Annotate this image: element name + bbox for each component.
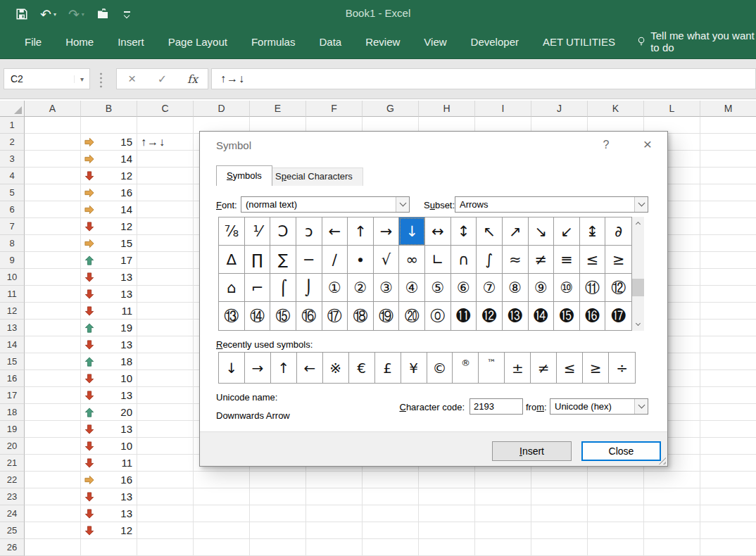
cell-B4[interactable]: 12	[81, 168, 137, 184]
close-button[interactable]: Close	[581, 441, 661, 461]
row-header-9[interactable]: 9	[0, 252, 25, 269]
symbol-cell[interactable]: ④	[399, 274, 425, 302]
recent-symbol-cell[interactable]: ≥	[583, 353, 609, 383]
column-header-D[interactable]: D	[194, 101, 250, 117]
cell-B2[interactable]: 15	[81, 134, 137, 150]
column-header-J[interactable]: J	[531, 101, 588, 117]
symbol-cell[interactable]: ∟	[425, 246, 451, 274]
tab-symbols[interactable]: Symbols	[216, 165, 272, 186]
font-select[interactable]: (normal text)	[241, 196, 410, 213]
ribbon-tab-data[interactable]: Data	[307, 32, 353, 51]
cell-B5[interactable]: 16	[81, 184, 137, 201]
symbol-cell-selected[interactable]: ↓	[399, 217, 425, 246]
symbol-cell[interactable]: ≈	[503, 246, 529, 274]
cell-B19[interactable]: 13	[81, 421, 137, 437]
symbol-cell[interactable]: √	[374, 246, 400, 274]
row-header-8[interactable]: 8	[0, 235, 25, 252]
cell-B22[interactable]: 16	[81, 472, 137, 488]
symbol-cell[interactable]: ⑤	[425, 274, 451, 302]
ribbon-tab-view[interactable]: View	[412, 32, 458, 51]
recent-symbol-cell[interactable]: ÷	[609, 353, 635, 383]
character-code-input[interactable]	[470, 398, 523, 415]
symbol-cell[interactable]: ⓬	[477, 302, 503, 330]
ribbon-tab-page-layout[interactable]: Page Layout	[156, 32, 239, 51]
row-header-19[interactable]: 19	[0, 421, 25, 438]
row-header-25[interactable]: 25	[0, 522, 25, 539]
open-folder-button[interactable]	[96, 8, 111, 20]
symbol-cell[interactable]: ⑮	[270, 302, 296, 330]
dialog-close-icon[interactable]: ×	[638, 136, 657, 153]
recent-symbol-cell[interactable]: ≠	[531, 353, 557, 383]
save-button[interactable]	[15, 8, 28, 20]
symbol-cell[interactable]: ⌡	[296, 274, 322, 302]
symbol-cell[interactable]: ≡	[554, 246, 580, 274]
recent-symbol-cell[interactable]: ※	[323, 353, 349, 383]
scroll-down-button[interactable]	[632, 319, 644, 331]
symbol-cell[interactable]: ⌂	[219, 274, 245, 302]
column-header-I[interactable]: I	[475, 101, 531, 117]
symbol-cell[interactable]: ②	[348, 274, 374, 302]
ribbon-tab-review[interactable]: Review	[353, 32, 412, 51]
recent-symbol-cell[interactable]: €	[349, 353, 375, 383]
symbol-cell[interactable]: −	[296, 246, 322, 274]
row-header-16[interactable]: 16	[0, 370, 25, 387]
symbol-cell[interactable]: ∏	[245, 246, 271, 274]
symbol-cell[interactable]: ∙	[348, 246, 374, 274]
symbol-cell[interactable]: ⅟	[245, 217, 271, 246]
row-header-14[interactable]: 14	[0, 336, 25, 353]
symbol-cell[interactable]: ⓫	[451, 302, 477, 330]
row-header-24[interactable]: 24	[0, 505, 25, 522]
cell-B25[interactable]: 12	[81, 522, 137, 538]
recent-symbol-cell[interactable]: ®	[453, 353, 479, 383]
recent-symbol-cell[interactable]: £	[375, 353, 401, 383]
enter-icon[interactable]: ✓	[147, 69, 177, 89]
cell-B21[interactable]: 11	[81, 455, 137, 471]
row-header-5[interactable]: 5	[0, 184, 25, 201]
symbol-cell[interactable]: ⑨	[529, 274, 555, 302]
symbol-cell[interactable]: ⌠	[270, 274, 296, 302]
symbol-cell[interactable]: ↔	[425, 217, 451, 246]
subset-select[interactable]: Arrows	[455, 196, 648, 213]
symbol-cell[interactable]: ⑬	[219, 302, 245, 330]
symbol-cell[interactable]: ⑫	[605, 274, 631, 302]
row-header-22[interactable]: 22	[0, 472, 25, 488]
symbol-cell[interactable]: ⓭	[503, 302, 529, 330]
symbol-cell[interactable]: ⑱	[348, 302, 374, 330]
symbol-cell[interactable]: ↘	[529, 217, 555, 246]
symbol-cell[interactable]: ↕	[451, 217, 477, 246]
row-header-21[interactable]: 21	[0, 455, 25, 472]
cell-B23[interactable]: 13	[81, 488, 137, 505]
cell-B15[interactable]: 18	[81, 353, 137, 369]
row-header-13[interactable]: 13	[0, 320, 25, 336]
symbol-cell[interactable]: ←	[322, 217, 348, 246]
column-header-F[interactable]: F	[306, 101, 363, 117]
symbol-cell[interactable]: ∞	[399, 246, 425, 274]
cell-B12[interactable]: 11	[81, 303, 137, 319]
row-header-4[interactable]: 4	[0, 168, 25, 184]
row-header-1[interactable]: 1	[0, 117, 25, 134]
symbol-cell[interactable]: ⓪	[425, 302, 451, 330]
column-header-G[interactable]: G	[363, 101, 419, 117]
name-box-dropdown-icon[interactable]: ▾	[74, 75, 89, 83]
subset-select-dropdown[interactable]	[634, 197, 648, 212]
symbol-cell[interactable]: ∂	[605, 217, 631, 246]
recent-symbol-cell[interactable]: ±	[505, 353, 531, 383]
symbol-cell[interactable]: ↑	[348, 217, 374, 246]
column-header-K[interactable]: K	[588, 101, 644, 117]
name-box[interactable]: C2 ▾	[4, 68, 90, 89]
scroll-up-button[interactable]	[632, 217, 644, 229]
symbol-cell[interactable]: ↖	[477, 217, 503, 246]
row-header-3[interactable]: 3	[0, 151, 25, 168]
column-header-H[interactable]: H	[419, 101, 475, 117]
symbol-cell[interactable]: ⑲	[374, 302, 400, 330]
tab-special-characters[interactable]: Special Characters	[265, 168, 363, 186]
cell-B16[interactable]: 10	[81, 370, 137, 386]
cell-B11[interactable]: 13	[81, 286, 137, 302]
cell-B18[interactable]: 20	[81, 404, 137, 420]
cell-B8[interactable]: 15	[81, 235, 137, 251]
symbol-cell[interactable]: ⑳	[399, 302, 425, 330]
font-select-dropdown[interactable]	[396, 197, 409, 212]
symbol-cell[interactable]: ⑰	[322, 302, 348, 330]
cell-B3[interactable]: 14	[81, 151, 137, 167]
recent-symbol-cell[interactable]: ©	[427, 353, 453, 383]
